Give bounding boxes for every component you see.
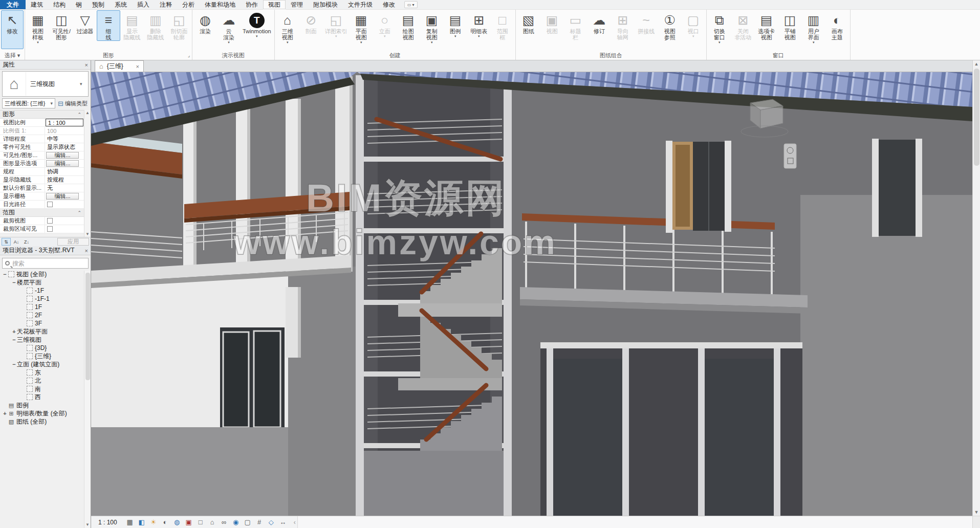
ribbon-button-明细表[interactable]: ⊞明细表▾	[467, 10, 491, 39]
menu-tab-注释[interactable]: 注释	[155, 0, 177, 9]
tree-item-西[interactable]: 西	[0, 393, 91, 401]
menu-tab-分析[interactable]: 分析	[177, 0, 200, 9]
edit-button[interactable]: 编辑...	[46, 152, 79, 159]
property-group-图形[interactable]: 图形⌃	[0, 111, 84, 119]
tree-item-天花板平面[interactable]: +天花板平面	[0, 327, 91, 336]
menu-tab-预制[interactable]: 预制	[87, 0, 110, 9]
ribbon-button-图纸[interactable]: ▧图纸	[517, 10, 540, 35]
expander-icon[interactable]: −	[11, 361, 17, 367]
menu-tab-修改[interactable]: 修改	[378, 0, 400, 9]
collapse-chevron-icon[interactable]: ‹	[294, 519, 296, 526]
ribbon-button-渲染[interactable]: ◍渲染	[193, 10, 217, 35]
tree-item-立面 (建筑立面)[interactable]: −立面 (建筑立面)	[0, 360, 91, 368]
property-group-范围[interactable]: 范围⌃	[0, 209, 84, 217]
ribbon-button-画布主题[interactable]: ◐画布主题	[825, 10, 849, 41]
reveal-hidden-elements-icon[interactable]: ◉	[231, 517, 241, 527]
close-icon[interactable]: ×	[85, 248, 88, 254]
close-icon[interactable]: ×	[85, 62, 88, 68]
property-filter-button[interactable]: ⇅	[2, 238, 11, 246]
chevron-down-icon[interactable]: ▾	[80, 81, 88, 86]
visual-style-icon[interactable]: ◧	[137, 517, 147, 527]
tree-item-北[interactable]: 北	[0, 377, 91, 385]
checkbox[interactable]	[47, 218, 53, 224]
apply-button[interactable]: 应用	[57, 238, 89, 246]
menu-tab-文件升级[interactable]: 文件升级	[343, 0, 378, 9]
ribbon-button-用户界面[interactable]: ▥用户界面▾	[802, 10, 825, 45]
menu-tab-附加模块[interactable]: 附加模块	[308, 0, 343, 9]
expander-icon[interactable]: −	[11, 279, 17, 285]
properties-scrollbar[interactable]: ▲▼	[84, 110, 91, 237]
checkbox[interactable]	[47, 202, 53, 207]
tree-item-视图 (全部)[interactable]: −视图 (全部)	[0, 270, 91, 278]
tree-item--1F[interactable]: -1F	[0, 287, 91, 295]
ribbon-button-绘图视图[interactable]: ▤绘图视图	[397, 10, 420, 41]
menu-tab-视图[interactable]: 视图	[263, 0, 286, 9]
scroll-down-icon[interactable]: ▼	[85, 522, 90, 527]
search-input[interactable]	[12, 260, 85, 267]
view-tab-3d[interactable]: ⌂ {三维} ×	[95, 60, 144, 72]
tree-item-东[interactable]: 东	[0, 368, 91, 377]
menu-tab-协作[interactable]: 协作	[241, 0, 263, 9]
ribbon-collapse-control[interactable]: ▭▾	[404, 1, 418, 8]
3d-viewport[interactable]: BIM资源网 www.bimzyw.com	[91, 72, 972, 516]
dialog-launcher-icon[interactable]: ⌟	[188, 51, 190, 59]
instance-selector[interactable]: 三维视图: {三维} ▾	[2, 98, 55, 108]
tree-item-楼层平面[interactable]: −楼层平面	[0, 278, 91, 287]
file-menu-button[interactable]: 文件	[0, 0, 26, 9]
scroll-up-icon[interactable]: ▲	[974, 60, 979, 68]
tree-item-图例[interactable]: ▤图例	[0, 401, 91, 409]
ribbon-button-三维视图[interactable]: ⌂三维视图▾	[276, 10, 299, 45]
browser-scrollbar[interactable]: ▼	[84, 271, 91, 528]
ribbon-button-平面视图[interactable]: ▦平面视图▾	[350, 10, 373, 45]
ribbon-button-图例[interactable]: ▤图例▾	[444, 10, 467, 39]
tree-item-2F[interactable]: 2F	[0, 311, 91, 319]
tree-item-南[interactable]: 南	[0, 385, 91, 393]
menu-tab-体量和场地[interactable]: 体量和场地	[200, 0, 241, 9]
scroll-down-icon[interactable]: ▼	[85, 232, 90, 236]
ribbon-button-视图参照[interactable]: ①视图参照	[658, 10, 682, 41]
scrollbar-thumb[interactable]	[85, 273, 90, 380]
edit-button[interactable]: 编辑...	[46, 160, 79, 167]
sort-descending-button[interactable]: Z↓	[22, 238, 31, 246]
menu-tab-结构[interactable]: 结构	[48, 0, 71, 9]
shadows-icon[interactable]: ◐	[160, 517, 170, 527]
ribbon-button-选项卡视图[interactable]: ▤选项卡视图	[755, 10, 778, 41]
expander-icon[interactable]: +	[2, 410, 8, 416]
property-value[interactable]: 中等	[45, 135, 84, 143]
menu-tab-系统[interactable]: 系统	[110, 0, 132, 9]
ribbon-button-细线[interactable]: ≡细线	[97, 10, 120, 41]
scale-button[interactable]: 1 : 100	[95, 519, 123, 526]
tree-item-3F[interactable]: 3F	[0, 319, 91, 327]
analytical-model-icon[interactable]: #	[254, 517, 265, 527]
checkbox[interactable]	[47, 226, 53, 232]
expander-icon[interactable]: +	[11, 328, 17, 335]
expander-icon[interactable]: −	[2, 271, 8, 277]
temporary-hide-isolate-icon[interactable]: ∞	[219, 517, 229, 527]
property-value[interactable]: 按规程	[45, 176, 84, 184]
tree-item-1F[interactable]: 1F	[0, 303, 91, 311]
ribbon-button-过滤器[interactable]: ▽过滤器	[73, 10, 97, 35]
type-selector[interactable]: ⌂ 三维视图 ▾	[2, 71, 89, 97]
navigation-bar[interactable]	[784, 144, 796, 168]
detail-level-icon[interactable]: ▦	[125, 517, 135, 527]
menu-tab-管理[interactable]: 管理	[286, 0, 308, 9]
tree-item-三维视图[interactable]: −三维视图	[0, 336, 91, 344]
tree-item--1F-1[interactable]: -1F-1	[0, 295, 91, 303]
tree-item-{三维}[interactable]: {三维}	[0, 352, 91, 360]
tree-item-图纸 (全部)[interactable]: ▧图纸 (全部)	[0, 417, 91, 426]
property-value[interactable]: 1 : 100	[46, 119, 83, 126]
ribbon-button-Twinmotion[interactable]: TTwinmotion▾	[241, 10, 273, 39]
scrollbar-thumb[interactable]	[974, 69, 979, 166]
menu-tab-插入[interactable]: 插入	[132, 0, 155, 9]
ribbon-button-修改[interactable]: ↖修改	[1, 10, 24, 49]
sun-path-icon[interactable]: ☀	[148, 517, 159, 527]
ribbon-button-复制视图[interactable]: ▣复制视图▾	[420, 10, 444, 45]
ribbon-button-云渲染[interactable]: ☁云渲染▾	[217, 10, 241, 45]
vertical-scrollbar[interactable]: ▲ ▼	[972, 60, 980, 516]
edit-button[interactable]: 编辑...	[46, 193, 79, 200]
property-value[interactable]: 100	[45, 127, 84, 135]
horizontal-scrollbar[interactable]	[297, 516, 972, 528]
sort-ascending-button[interactable]: A↓	[12, 238, 21, 246]
crop-region-visibility-icon[interactable]: □	[195, 517, 206, 527]
ribbon-button-平铺视图[interactable]: ◫平铺视图	[778, 10, 802, 41]
